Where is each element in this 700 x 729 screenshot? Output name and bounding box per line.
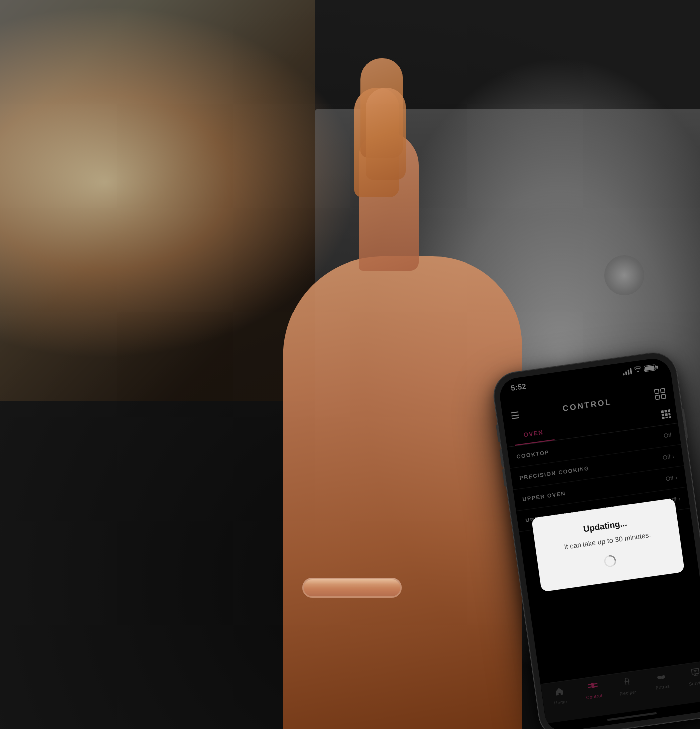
bracelet-shine [302, 578, 402, 598]
app-content: ☰ CONTROL [501, 378, 700, 729]
loading-spinner [602, 553, 618, 569]
svg-point-13 [604, 555, 616, 567]
updating-modal: Updating... It can take up to 30 minutes… [531, 498, 685, 592]
phone-screen: 5:52 [498, 356, 700, 729]
phone-frame: 5:52 [491, 350, 700, 729]
menu-list: COOKTOP Off PRECISION COOKING Off › [507, 423, 700, 684]
finger-ring [366, 88, 406, 180]
modal-overlay: Updating... It can take up to 30 minutes… [507, 423, 700, 684]
modal-title: Updating... [583, 519, 628, 535]
modal-subtitle: It can take up to 30 minutes. [564, 530, 652, 552]
